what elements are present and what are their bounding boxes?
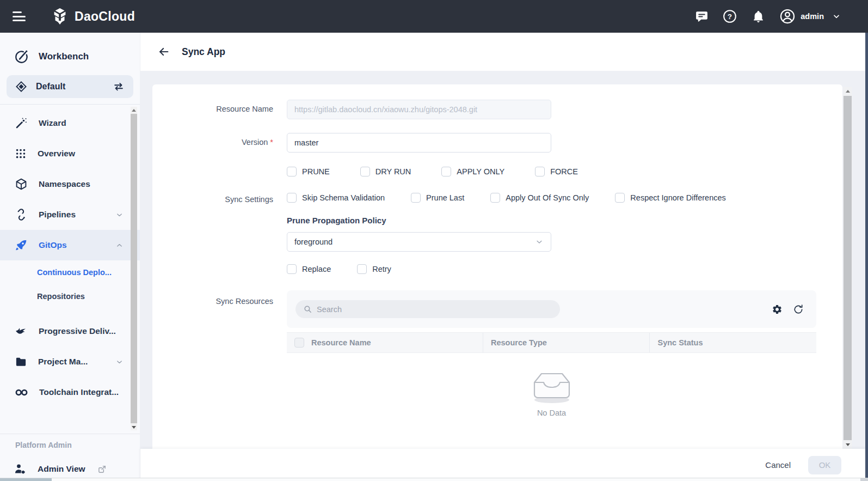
back-arrow-icon[interactable]: [158, 46, 170, 58]
checkbox-box[interactable]: [287, 193, 297, 203]
refresh-icon[interactable]: [793, 304, 804, 315]
checkbox-prune-last[interactable]: Prune Last: [411, 193, 464, 203]
brand-name: DaoCloud: [75, 9, 135, 24]
scroll-down-arrow[interactable]: [131, 424, 137, 430]
chevron-down-icon: [115, 358, 124, 366]
messages-icon[interactable]: [694, 9, 709, 23]
checkbox-replace[interactable]: Replace: [287, 264, 331, 274]
scroll-up-arrow[interactable]: [131, 107, 137, 113]
sidebar-subitem-repositories[interactable]: Repositories: [0, 284, 140, 308]
content-scrollbar[interactable]: [843, 87, 852, 449]
checkbox-box[interactable]: [615, 193, 625, 203]
workspace-selector[interactable]: Default: [7, 75, 133, 98]
workbench-label: Workbench: [39, 51, 89, 62]
workbench-icon: [14, 50, 29, 64]
sidebar-item-label: Project Ma...: [38, 357, 88, 367]
checkbox-respect-ignore-differences[interactable]: Respect Ignore Differences: [615, 193, 725, 203]
checkbox-box[interactable]: [441, 167, 451, 176]
sidebar-item-label: Overview: [38, 149, 75, 159]
sidebar-item-namespaces[interactable]: Namespaces: [0, 169, 140, 199]
sidebar-item-label: Progressive Deliv...: [39, 326, 116, 336]
sidebar-divider: [0, 434, 140, 434]
sidebar-item-gitops[interactable]: GitOps: [0, 230, 140, 260]
scroll-down-arrow[interactable]: [843, 441, 852, 449]
checkbox-box[interactable]: [287, 264, 297, 274]
search-input-wrap[interactable]: [296, 300, 560, 318]
version-input[interactable]: [287, 133, 551, 153]
grid-dots-icon: [15, 148, 27, 160]
admin-person-icon: [14, 462, 27, 476]
workbench-header[interactable]: Workbench: [0, 45, 140, 69]
notifications-bell-icon[interactable]: [751, 9, 765, 23]
checkbox-force[interactable]: FORCE: [535, 167, 578, 176]
settings-gear-icon[interactable]: [772, 304, 783, 315]
sidebar-item-label: GitOps: [39, 240, 67, 250]
checkbox-box[interactable]: [287, 167, 297, 176]
ok-button[interactable]: OK: [808, 456, 841, 474]
column-resource-name: Resource Name: [311, 338, 371, 347]
checkbox-box[interactable]: [357, 264, 367, 274]
right-edge-panel-sliver: [865, 33, 868, 478]
select-all-checkbox[interactable]: [294, 338, 304, 348]
checkbox-box[interactable]: [360, 167, 370, 176]
required-asterisk: *: [270, 138, 273, 147]
checkbox-prune[interactable]: PRUNE: [287, 167, 330, 176]
sidebar-item-progressive-delivery[interactable]: Progressive Deliv...: [0, 316, 140, 346]
external-link-icon: [97, 465, 107, 474]
no-data-text: No Data: [537, 409, 566, 417]
sidebar-scrollbar[interactable]: [131, 107, 137, 430]
sidebar-item-overview[interactable]: Overview: [0, 138, 140, 169]
checkbox-box[interactable]: [411, 193, 421, 203]
table-body: No Data: [287, 353, 816, 439]
page-header: Sync App: [140, 33, 868, 71]
menu-icon[interactable]: [13, 11, 27, 21]
checkbox-retry[interactable]: Retry: [357, 264, 391, 274]
platform-admin-section-label: Platform Admin: [15, 441, 140, 449]
rocket-icon: [15, 239, 28, 252]
hscrollbar-thumb[interactable]: [0, 478, 52, 481]
sidebar-subitem-continuous-deployment[interactable]: Continuous Deplo...: [0, 260, 140, 284]
empty-tray-icon: [527, 369, 576, 404]
sidebar-item-toolchain-integration[interactable]: Toolchain Integrat...: [0, 377, 140, 407]
switch-workspace-icon[interactable]: [113, 81, 125, 93]
checkbox-dry-run[interactable]: DRY RUN: [360, 167, 411, 176]
horizontal-scrollbar[interactable]: [0, 478, 868, 481]
chevron-up-icon: [115, 241, 124, 249]
bird-icon: [15, 325, 28, 338]
checkbox-apply-out-of-sync-only[interactable]: Apply Out Of Sync Only: [490, 193, 589, 203]
scrollbar-corner: [860, 478, 868, 481]
checkbox-box[interactable]: [490, 193, 500, 203]
pipeline-links-icon: [15, 208, 28, 221]
brand-logo[interactable]: DaoCloud: [51, 7, 135, 26]
chevron-down-icon[interactable]: [832, 12, 841, 21]
sidebar-nav: Wizard Overview Namespaces Pipelines: [0, 105, 140, 434]
prune-policy-select[interactable]: foreground: [287, 232, 551, 252]
chevron-down-icon: [535, 238, 544, 246]
folder-icon: [15, 356, 27, 368]
checkbox-skip-schema-validation[interactable]: Skip Schema Validation: [287, 193, 385, 203]
avatar: [779, 8, 796, 25]
checkbox-apply-only[interactable]: APPLY ONLY: [441, 167, 504, 176]
sync-settings-label: Sync Settings: [152, 193, 273, 204]
user-name: admin: [801, 12, 824, 21]
sidebar-item-pipelines[interactable]: Pipelines: [0, 199, 140, 230]
table-header-row: Resource Name Resource Type Sync Status: [287, 332, 816, 353]
resource-name-input[interactable]: [287, 100, 551, 119]
infinity-icon: [15, 386, 28, 399]
help-icon[interactable]: ?: [723, 9, 737, 23]
scrollbar-thumb[interactable]: [131, 114, 137, 423]
sidebar-item-project-management[interactable]: Project Ma...: [0, 346, 140, 377]
wand-icon: [15, 117, 28, 130]
scrollbar-thumb[interactable]: [844, 96, 852, 440]
checkbox-box[interactable]: [535, 167, 545, 176]
content-area: Resource Name Version* P: [140, 71, 868, 449]
column-sync-status: Sync Status: [649, 333, 816, 352]
resource-name-label: Resource Name: [152, 100, 273, 113]
user-menu[interactable]: admin: [779, 8, 841, 25]
search-input[interactable]: [317, 305, 552, 314]
sidebar-item-wizard[interactable]: Wizard: [0, 108, 140, 138]
sidebar-item-label: Namespaces: [39, 179, 90, 189]
empty-state: No Data: [527, 369, 576, 417]
scroll-up-arrow[interactable]: [843, 87, 852, 95]
cancel-button[interactable]: Cancel: [765, 460, 791, 470]
